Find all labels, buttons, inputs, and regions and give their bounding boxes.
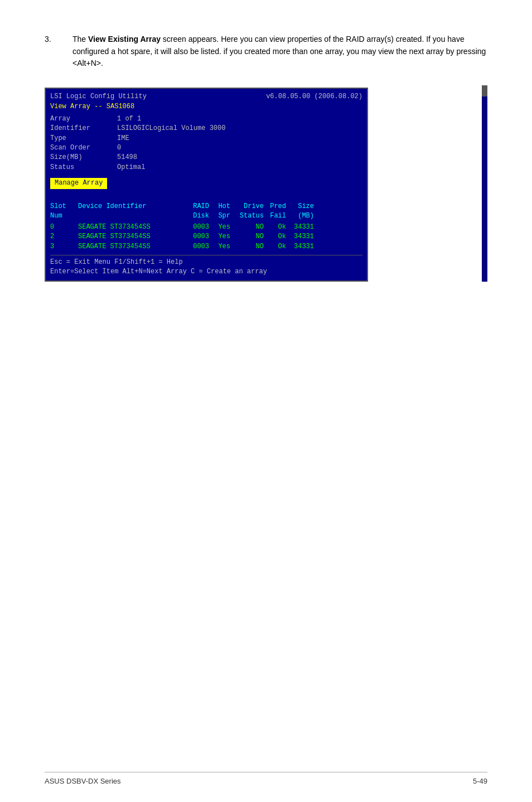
bios-scrollbar[interactable] [482,85,487,282]
drive-hot: Yes [209,232,230,241]
scan-order-value: 0 [117,143,121,153]
footer-line2: Enter=Select Item Alt+N=Next Array C = C… [50,267,267,277]
drive-size: 34331 [286,223,314,232]
drive-device: SEAGATE ST373454SS [78,242,181,252]
drive-pred: Ok [264,232,286,241]
bios-version: v6.08.05.00 (2006.08.02) [266,92,362,102]
col-pred-h1: Pred [264,202,286,211]
drive-status: NO [230,242,264,252]
status-row: Status Optimal [50,163,362,172]
col-fail-h2: Fail [264,211,286,221]
type-label: Type [50,134,117,143]
col-device-h1: Device Identifier [78,202,181,211]
bios-footer-row2: Enter=Select Item Alt+N=Next Array C = C… [50,267,362,277]
table-row: 3 SEAGATE ST373454SS 0003 Yes NO Ok 3433… [50,242,362,252]
col-raid-h1: RAID [181,202,209,211]
page-footer: ASUS DSBV-DX Series 5-49 [45,772,487,785]
array-label: Array [50,114,117,124]
bios-screen: LSI Logic Config Utility v6.08.05.00 (20… [45,88,368,282]
drive-slot: 0 [50,223,78,232]
drive-slot: 2 [50,232,78,241]
scan-order-label: Scan Order [50,143,117,153]
bios-screen-container: LSI Logic Config Utility v6.08.05.00 (20… [45,85,487,282]
footer-page: 5-49 [473,777,487,785]
bios-app-title: LSI Logic Config Utility [50,92,147,102]
step-3-container: 3. The View Existing Array screen appear… [45,33,487,70]
col-num-h2: Num [50,211,78,221]
drive-status: NO [230,232,264,241]
status-value: Optimal [117,163,145,172]
drive-pred: Ok [264,242,286,252]
col-size-h1: Size [286,202,314,211]
drive-size: 34331 [286,232,314,241]
bios-footer-row1: Esc = Exit Menu F1/Shift+1 = Help [50,258,362,267]
step-number: 3. [45,33,61,70]
col-status-h2: Status [230,211,264,221]
scan-order-row: Scan Order 0 [50,143,362,153]
col-device-h2 [78,211,181,221]
scrollbar-thumb[interactable] [482,85,487,96]
manage-array-label[interactable]: Manage Array [50,178,107,189]
table-header-row1: Slot Device Identifier RAID Hot Drive Pr… [50,202,362,211]
size-row: Size(MB) 51498 [50,153,362,162]
identifier-row: Identifier LSILOGICLogical Volume 3000 [50,124,362,133]
drive-status: NO [230,223,264,232]
size-label: Size(MB) [50,153,117,162]
drive-raid: 0003 [181,242,209,252]
manage-array-btn[interactable]: Manage Array [50,176,362,192]
status-label: Status [50,163,117,172]
drive-size: 34331 [286,242,314,252]
step-bold-text: View Existing Array [88,35,161,44]
col-hot-h1: Hot [209,202,230,211]
col-drive-h1: Drive [230,202,264,211]
table-row: 2 SEAGATE ST373454SS 0003 Yes NO Ok 3433… [50,232,362,241]
drives-table: 0 SEAGATE ST373454SS 0003 Yes NO Ok 3433… [50,223,362,252]
bios-footer: Esc = Exit Menu F1/Shift+1 = Help Enter=… [50,255,362,277]
drive-raid: 0003 [181,232,209,241]
bios-header: LSI Logic Config Utility v6.08.05.00 (20… [50,92,362,102]
bios-array-info: Array 1 of 1 Identifier LSILOGICLogical … [50,114,362,172]
table-row: 0 SEAGATE ST373454SS 0003 Yes NO Ok 3433… [50,223,362,232]
drive-device: SEAGATE ST373454SS [78,223,181,232]
drive-slot: 3 [50,242,78,252]
array-row: Array 1 of 1 [50,114,362,124]
identifier-label: Identifier [50,124,117,133]
drive-hot: Yes [209,223,230,232]
drive-hot: Yes [209,242,230,252]
table-header-row2: Num Disk Spr Status Fail (MB) [50,211,362,221]
size-value: 51498 [117,153,137,162]
col-spr-h2: Spr [209,211,230,221]
footer-brand: ASUS DSBV-DX Series [45,777,121,785]
footer-line1: Esc = Exit Menu F1/Shift+1 = Help [50,258,183,267]
drive-pred: Ok [264,223,286,232]
type-value: IME [117,134,129,143]
step-content: The View Existing Array screen appears. … [72,33,487,70]
col-slot-h1: Slot [50,202,78,211]
step-text-before: The [72,35,88,44]
col-mb-h2: (MB) [286,211,314,221]
bios-subtitle: View Array -- SAS1068 [50,102,362,112]
array-value: 1 of 1 [117,114,141,124]
drive-device: SEAGATE ST373454SS [78,232,181,241]
identifier-value: LSILOGICLogical Volume 3000 [117,124,225,133]
type-row: Type IME [50,134,362,143]
drive-raid: 0003 [181,223,209,232]
col-disk-h2: Disk [181,211,209,221]
